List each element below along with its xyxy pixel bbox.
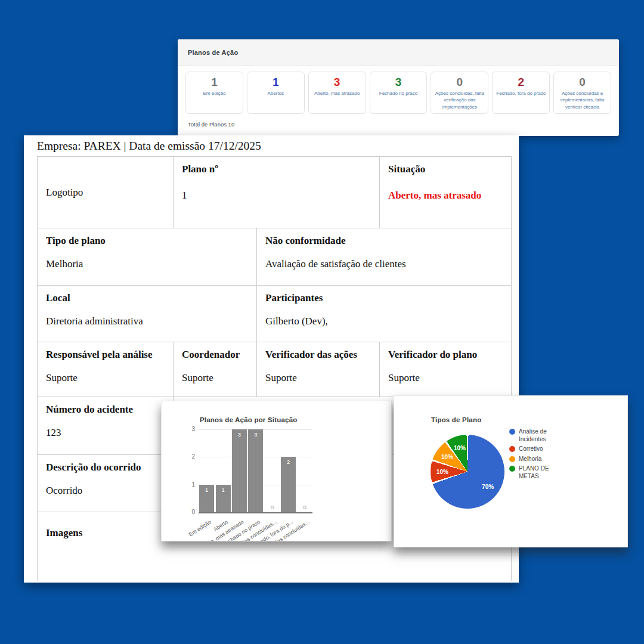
stat-value: 1: [186, 76, 243, 89]
stat-box-5[interactable]: 0Ações concluídas, falta verificação das…: [431, 72, 488, 114]
pie-slice-label: 70%: [482, 483, 494, 490]
stat-label: Fechado, fora do prazo: [493, 90, 549, 97]
numero-acidente-cell: Número do acidente 123: [38, 397, 174, 455]
local-cell: Local Diretoria administrativa: [38, 286, 257, 342]
y-axis-tick: 3: [181, 426, 195, 432]
bar: [248, 429, 263, 512]
descricao-label: Descrição do ocorrido: [46, 462, 165, 473]
legend-label: Análise de Incidentes: [519, 428, 566, 443]
table-row: Logotipo Plano nº 1 Situação Aberto, mas…: [38, 157, 512, 228]
stat-box-4[interactable]: 3Fechado no prazo: [370, 72, 428, 114]
coordenador-label: Coordenador: [182, 349, 248, 361]
bar-value-label: 1: [199, 487, 214, 493]
page-background: { "summary_card": { "title": "Planos de …: [0, 0, 644, 644]
legend-dot-icon: [509, 466, 515, 472]
nao-conformidade-value: Avaliação de satisfação de clientes: [265, 258, 503, 270]
legend-dot-icon: [509, 456, 515, 462]
verificador-acoes-cell: Verificador das ações Suporte: [257, 342, 380, 397]
verificador-acoes-value: Suporte: [265, 372, 371, 384]
pie-chart-card: Tipos de Plano Análise de IncidentesCorr…: [394, 395, 628, 547]
legend-dot-icon: [509, 429, 515, 435]
table-row: Local Diretoria administrativa Participa…: [38, 286, 512, 342]
legend-label: Melhoria: [519, 456, 566, 463]
plano-cell: Plano nº 1: [174, 157, 380, 228]
verificador-plano-value: Suporte: [388, 372, 503, 384]
legend-dot-icon: [509, 446, 515, 452]
bar: [232, 429, 247, 512]
stat-box-6[interactable]: 2Fechado, fora do prazo: [492, 72, 550, 114]
pie-legend: Análise de IncidentesCorretivoMelhoriaPL…: [509, 428, 569, 480]
bar-value-label: 0: [265, 504, 280, 510]
local-label: Local: [46, 292, 248, 304]
stat-label: Ações concluídas e implementadas, falta …: [554, 90, 611, 111]
stat-label: Ações concluídas, falta verificação das …: [431, 90, 488, 111]
verificador-acoes-label: Verificador das ações: [265, 349, 371, 361]
summary-card: Planos de Ação 1Em edição1Abertos3Aberto…: [178, 39, 619, 136]
descricao-value: Ocorrido: [46, 485, 165, 497]
x-axis-line: [199, 512, 312, 513]
numero-acidente-value: 123: [46, 427, 165, 439]
bar-value-label: 0: [298, 504, 312, 510]
logotipo-cell: Logotipo: [38, 157, 174, 228]
summary-card-header: Planos de Ação: [178, 39, 619, 66]
stat-label: Em edição: [186, 90, 243, 97]
bar-value-label: 2: [281, 459, 296, 465]
situacao-cell: Situação Aberto, mas atrasado: [380, 157, 512, 228]
stat-value: 3: [309, 76, 366, 89]
stat-label: Fechado no prazo: [370, 90, 427, 97]
legend-label: Corretivo: [519, 445, 566, 453]
table-row: Tipo de plano Melhoria Não conformidade …: [38, 228, 512, 286]
descricao-cell: Descrição do ocorrido Ocorrido: [38, 455, 174, 512]
stat-value: 1: [247, 76, 304, 89]
y-axis-tick: 1: [181, 481, 195, 488]
stat-label: Aberto, mas atrasado: [309, 90, 366, 97]
y-axis-tick: 2: [181, 453, 195, 460]
legend-item: Melhoria: [509, 456, 569, 463]
stat-box-3[interactable]: 3Aberto, mas atrasado: [308, 72, 366, 114]
table-row: Responsável pela análise Suporte Coorden…: [38, 342, 512, 397]
plano-value: 1: [182, 190, 371, 202]
pie-slice-label: 10%: [441, 454, 453, 460]
bar-value-label: 3: [232, 431, 247, 438]
logotipo-label: Logotipo: [46, 187, 83, 199]
situacao-value: Aberto, mas atrasado: [388, 190, 503, 202]
local-value: Diretoria administrativa: [46, 315, 248, 327]
y-axis-tick: 0: [181, 509, 195, 515]
verificador-plano-label: Verificador do plano: [388, 349, 503, 361]
stat-value: 0: [554, 76, 611, 89]
plano-label: Plano nº: [182, 163, 371, 175]
bar-chart-card: Planos de Ação por Situação 01231Em ediç…: [161, 401, 392, 541]
legend-item: PLANO DE METAS: [509, 465, 569, 480]
tipo-plano-cell: Tipo de plano Melhoria: [38, 228, 257, 286]
stats-row: 1Em edição1Abertos3Aberto, mas atrasado3…: [178, 66, 619, 114]
bar-value-label: 1: [216, 487, 231, 493]
participantes-label: Participantes: [265, 292, 503, 304]
stat-box-2[interactable]: 1Abertos: [247, 72, 305, 114]
coordenador-value: Suporte: [182, 372, 248, 384]
responsavel-cell: Responsável pela análise Suporte: [38, 342, 174, 397]
pie-chart-title: Tipos de Plano: [431, 416, 481, 423]
pie-slice-label: 10%: [436, 469, 448, 475]
pie-slice-label: 10%: [454, 444, 466, 451]
situacao-label: Situação: [388, 163, 503, 175]
document-header: Empresa: PAREX | Data de emissão 17/12/2…: [37, 140, 261, 153]
stat-box-7[interactable]: 0Ações concluídas e implementadas, falta…: [553, 72, 611, 114]
summary-card-title: Planos de Ação: [188, 49, 238, 56]
nao-conformidade-label: Não conformidade: [265, 235, 503, 247]
legend-item: Análise de Incidentes: [509, 428, 569, 443]
tipo-plano-value: Melhoria: [46, 258, 248, 270]
responsavel-label: Responsável pela análise: [46, 349, 165, 361]
bar-value-label: 3: [248, 431, 263, 438]
nao-conformidade-cell: Não conformidade Avaliação de satisfação…: [257, 228, 512, 286]
stat-box-1[interactable]: 1Em edição: [185, 72, 243, 114]
numero-acidente-label: Número do acidente: [46, 404, 165, 416]
participantes-cell: Participantes Gilberto (Dev),: [257, 286, 512, 342]
legend-label: PLANO DE METAS: [519, 465, 566, 480]
tipo-plano-label: Tipo de plano: [46, 235, 248, 247]
coordenador-cell: Coordenador Suporte: [174, 342, 257, 397]
stat-value: 0: [431, 76, 488, 89]
stat-value: 2: [493, 76, 549, 89]
responsavel-value: Suporte: [46, 372, 165, 384]
bar-chart-title: Planos de Ação por Situação: [200, 416, 297, 423]
verificador-plano-cell: Verificador do plano Suporte: [380, 342, 512, 397]
